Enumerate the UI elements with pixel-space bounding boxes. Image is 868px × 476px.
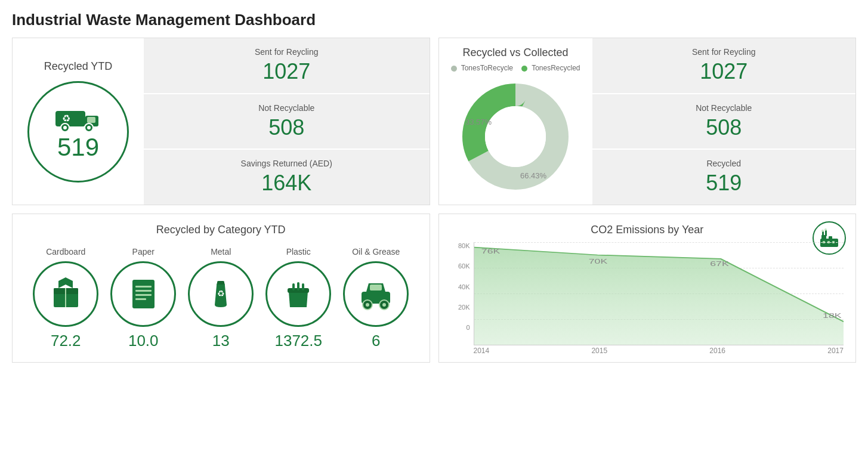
donut-not-recyclable-value: 508 [706,115,742,140]
donut-recycled-value: 519 [706,171,742,196]
x-axis: 2014 2015 2016 2017 [451,347,844,355]
donut-section: Recycled vs Collected TonesToRecycle Ton… [439,38,592,205]
chart-area: 80K 60K 40K 20K 0 [451,242,844,345]
category-cardboard: Cardboard 72.2 [33,247,98,350]
metal-circle: ♻ [188,261,254,327]
x-label-2014: 2014 [474,347,490,355]
cardboard-label: Cardboard [46,247,85,256]
category-card: Recycled by Category YTD Cardboard 72.2 [12,214,430,363]
donut-title: Recycled vs Collected [462,47,568,59]
svg-rect-26 [297,282,299,290]
svg-point-5 [63,126,67,129]
svg-rect-37 [822,231,824,236]
co2-card: CO2 Emissions by Year [438,214,857,363]
donut-recycled-label: Recycled [706,159,741,168]
svg-rect-22 [217,281,224,285]
svg-text:67K: 67K [710,260,729,267]
co2-chart-container: 80K 60K 40K 20K 0 [451,242,844,355]
plastic-value: 1372.5 [274,332,322,350]
recycled-circle: ♻ 519 [27,81,129,183]
cardboard-circle [33,261,98,327]
metal-label: Metal [211,247,231,256]
donut-sent-value: 1027 [700,59,747,84]
svg-rect-20 [135,294,152,296]
recycled-vs-collected-card: Recycled vs Collected TonesToRecycle Ton… [438,38,857,205]
svg-rect-29 [370,285,382,290]
donut-svg: 33.57% 66.43% [456,77,575,196]
not-recyclable-label: Not Recyclable [258,103,314,113]
recycled-ytd-stats: Sent for Reycling 1027 Not Recyclable 50… [144,38,430,205]
legend-label-1: TonesToRecycle [461,64,513,72]
savings-label: Savings Returned (AED) [241,159,332,168]
donut-legend: TonesToRecycle TonesRecycled [451,64,580,72]
paper-icon [124,275,163,314]
cardboard-icon [47,275,85,314]
co2-area-svg: 76K 70K 67K 18K [474,242,844,345]
x-label-2015: 2015 [591,347,607,355]
svg-rect-27 [302,283,304,290]
svg-point-10 [485,106,546,167]
svg-marker-16 [58,277,73,288]
category-paper: Paper 10.0 [110,247,176,350]
svg-rect-2 [87,117,95,123]
svg-rect-18 [135,286,152,288]
svg-text:76K: 76K [481,248,500,255]
sent-for-recycling-cell: Sent for Reycling 1027 [144,38,430,94]
not-recyclable-value: 508 [268,115,304,140]
paper-label: Paper [132,247,155,256]
y-label-80k: 80K [451,242,470,249]
svg-rect-19 [135,290,152,292]
legend-item-2: TonesRecycled [521,64,580,72]
donut-sent-label: Sent for Reycling [692,47,756,57]
svg-text:33.57%: 33.57% [465,118,492,126]
svg-point-7 [87,126,91,129]
oil-icon [357,275,396,314]
donut-not-recyclable-label: Not Recyclable [696,103,752,113]
donut-recycled-cell: Recycled 519 [592,150,856,205]
oil-value: 6 [372,332,380,350]
legend-dot-2 [521,66,527,72]
svg-rect-25 [292,283,295,290]
donut-not-recyclable-cell: Not Recyclable 508 [592,94,856,150]
svg-text:66.43%: 66.43% [520,171,547,180]
svg-rect-38 [825,230,827,236]
chart-body: 76K 70K 67K 18K [474,242,844,345]
recycled-ytd-card: Recycled YTD ♻ 5 [12,38,430,205]
not-recyclable-cell: Not Recyclable 508 [144,94,430,150]
page-title: Industrial Waste Management Dashboard [12,11,856,29]
sent-recycling-value: 1027 [262,59,310,84]
sent-recycling-label: Sent for Reycling [255,47,319,57]
svg-rect-21 [135,298,146,300]
savings-value: 164K [261,171,311,196]
svg-rect-0 [55,111,85,126]
savings-cell: Savings Returned (AED) 164K [144,150,430,205]
recycled-value: 519 [57,135,99,160]
legend-item-1: TonesToRecycle [451,64,514,72]
legend-dot-1 [451,66,457,72]
svg-point-33 [382,303,386,307]
svg-text:70K: 70K [588,258,607,265]
plastic-circle [265,261,331,327]
y-label-20k: 20K [451,304,470,311]
svg-text:18K: 18K [823,313,842,319]
paper-value: 10.0 [128,332,159,350]
metal-icon: ♻ [202,275,240,314]
legend-label-2: TonesRecycled [532,64,580,72]
donut-sent-cell: Sent for Reycling 1027 [592,38,856,94]
category-metal: Metal ♻ 13 [188,247,254,350]
category-oil: Oil & Grease 6 [343,247,409,350]
y-axis: 80K 60K 40K 20K 0 [451,242,474,345]
plastic-icon [279,275,318,314]
co2-title: CO2 Emissions by Year [451,224,844,236]
recycled-ytd-title: Recycled YTD [44,60,113,73]
svg-text:♻: ♻ [62,113,70,123]
x-label-2016: 2016 [709,347,725,355]
category-title: Recycled by Category YTD [156,224,286,236]
donut-chart: 33.57% 66.43% [456,77,575,196]
oil-circle [343,261,409,327]
truck-icon: ♻ [54,104,102,132]
categories-row: Cardboard 72.2 Paper [24,247,418,350]
paper-circle [110,261,176,327]
metal-value: 13 [212,332,230,350]
svg-point-39 [821,230,824,232]
